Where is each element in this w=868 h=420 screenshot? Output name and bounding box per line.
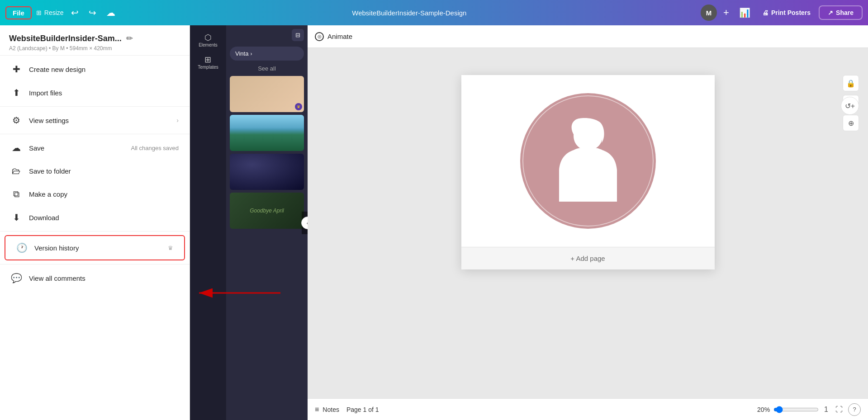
download-icon: ⬇	[11, 212, 22, 223]
animate-label: Animate	[327, 33, 352, 40]
notes-label: Notes	[323, 406, 339, 413]
edit-name-icon[interactable]: ✏	[126, 33, 133, 43]
fullscreen-button[interactable]: ⛶	[834, 404, 844, 415]
save-cloud-icon: ☁	[11, 142, 22, 153]
menu-item-make-copy[interactable]: ⧉ Make a copy	[0, 183, 190, 206]
goodbye-text: Goodbye April	[250, 208, 284, 214]
vintage-template-btn[interactable]: Vinta ›	[230, 47, 304, 61]
circle-background	[520, 93, 656, 229]
cloud-save-button[interactable]: ☁	[104, 5, 118, 20]
templates-panel: ⊟ Vinta › See all ♛ Goodbye April	[226, 25, 308, 420]
file-menu-panel: WebsiteBuilderInsider-Sam... ✏ A2 (Lands…	[0, 25, 190, 420]
template-thumb-4[interactable]: Goodbye April	[230, 193, 304, 229]
menu-label: Make a copy	[29, 190, 179, 198]
template-thumb-3[interactable]	[230, 154, 304, 190]
animate-icon: ◎	[315, 32, 324, 41]
menu-item-create-new-design[interactable]: ✚ Create new design	[0, 57, 190, 81]
zoom-controls: 20% 1 ⛶ ?	[757, 403, 861, 416]
history-icon: 🕐	[16, 242, 27, 253]
chevron-right-icon: ›	[250, 51, 252, 57]
undo-button[interactable]: ↩	[68, 5, 81, 20]
elements-icon: ⬡	[199, 33, 218, 42]
file-menu-header: WebsiteBuilderInsider-Sam... ✏ A2 (Lands…	[0, 25, 190, 53]
document-title: WebsiteBuilderInsider-Sample-Design	[123, 9, 696, 17]
zoom-slider[interactable]	[773, 406, 819, 413]
main-layout: WebsiteBuilderInsider-Sam... ✏ A2 (Lands…	[0, 25, 868, 420]
share-button[interactable]: ↗ Share	[819, 5, 863, 20]
comments-icon: 💬	[11, 273, 22, 283]
menu-item-view-settings[interactable]: ⚙ View settings ›	[0, 109, 190, 132]
sidebar-tab-templates[interactable]: ⊞ Templates	[196, 51, 220, 73]
resize-icon: ⊞	[36, 9, 42, 16]
project-name: WebsiteBuilderInsider-Sam...	[9, 34, 122, 43]
folder-icon: 🗁	[11, 166, 22, 176]
add-element-icon-button[interactable]: ⊕	[843, 115, 859, 131]
menu-item-import-files[interactable]: ⬆ Import files	[0, 81, 190, 104]
filter-button[interactable]: ⊟	[292, 29, 304, 41]
add-collaborator-button[interactable]: +	[721, 7, 731, 19]
templates-icon: ⊞	[198, 55, 218, 65]
canvas-toolbar: ◎ Animate	[308, 25, 868, 48]
menu-item-view-all-comments[interactable]: 💬 View all comments	[0, 266, 190, 290]
menu-item-download[interactable]: ⬇ Download	[0, 206, 190, 229]
menu-label: Version history	[34, 244, 161, 252]
top-navigation: File ⊞ Resize ↩ ↪ ☁ WebsiteBuilderInside…	[0, 0, 868, 25]
menu-label: Save	[29, 144, 123, 152]
crown-badge: ♛	[295, 103, 302, 110]
refresh-button[interactable]: ↺+	[841, 97, 859, 115]
menu-item-version-history[interactable]: 🕐 Version history ♛	[5, 236, 184, 260]
arrow-icon: ›	[176, 117, 179, 124]
design-canvas[interactable]: + Add page	[461, 75, 715, 269]
template-grid: ♛ Goodbye April	[226, 74, 308, 231]
canvas-area: ◎ Animate 🔒 ⧉ ⊕ ↺+	[308, 25, 868, 420]
create-icon: ✚	[11, 64, 22, 75]
vintage-label: Vinta	[235, 50, 248, 57]
help-button[interactable]: ?	[848, 403, 861, 416]
divider	[0, 55, 190, 56]
analytics-icon-button[interactable]: 📊	[735, 7, 754, 18]
dark-bg	[230, 154, 304, 190]
crown-icon: ♛	[168, 245, 173, 251]
sidebar-tab-elements[interactable]: ⬡ Elements	[197, 29, 219, 51]
page-info: Page 1 of 1	[346, 406, 379, 413]
divider	[0, 264, 190, 264]
landscape-bg	[230, 115, 304, 151]
print-posters-button[interactable]: 🖨 Print Posters	[759, 9, 814, 16]
sidebar-panel: ⬡ Elements ⊞ Templates	[190, 25, 226, 420]
save-status: All changes saved	[131, 145, 179, 151]
divider	[0, 134, 190, 134]
file-menu-title: WebsiteBuilderInsider-Sam... ✏	[9, 33, 180, 43]
share-icon: ↗	[828, 9, 833, 16]
print-icon: 🖨	[762, 9, 768, 16]
menu-label: Download	[29, 214, 179, 222]
menu-item-save[interactable]: ☁ Save All changes saved	[0, 136, 190, 160]
settings-icon: ⚙	[11, 115, 22, 126]
menu-item-save-to-folder[interactable]: 🗁 Save to folder	[0, 160, 190, 183]
menu-label: View all comments	[29, 274, 179, 282]
notes-button[interactable]: ≡ Notes	[315, 406, 339, 414]
zoom-level: 20%	[757, 406, 770, 413]
menu-label: Create new design	[29, 66, 179, 73]
template-thumb-1[interactable]: ♛	[230, 76, 304, 112]
animate-button[interactable]: ◎ Animate	[315, 32, 352, 41]
see-all-button[interactable]: See all	[258, 65, 276, 72]
file-meta: A2 (Landscape) • By M • 594mm × 420mm	[9, 45, 180, 52]
file-button[interactable]: File	[5, 6, 32, 19]
import-icon: ⬆	[11, 87, 22, 98]
copy-icon: ⧉	[11, 189, 22, 199]
add-page-button[interactable]: + Add page	[461, 247, 715, 269]
resize-button[interactable]: ⊞ Resize	[36, 9, 64, 16]
canvas-container: 🔒 ⧉ ⊕ ↺+	[308, 48, 868, 398]
silhouette-svg	[552, 116, 624, 206]
avatar[interactable]: M	[701, 5, 717, 21]
design-canvas-wrapper: + Add page	[461, 75, 715, 269]
bottom-bar: ≡ Notes Page 1 of 1 20% 1 ⛶ ?	[308, 398, 868, 420]
redo-button[interactable]: ↪	[86, 5, 99, 20]
divider	[0, 106, 190, 107]
lock-icon-button[interactable]: 🔒	[843, 75, 859, 91]
page-number-button[interactable]: 1	[822, 404, 830, 415]
notes-icon: ≡	[315, 406, 319, 414]
menu-label: Import files	[29, 89, 179, 97]
menu-label: View settings	[29, 117, 169, 124]
template-thumb-2[interactable]	[230, 115, 304, 151]
